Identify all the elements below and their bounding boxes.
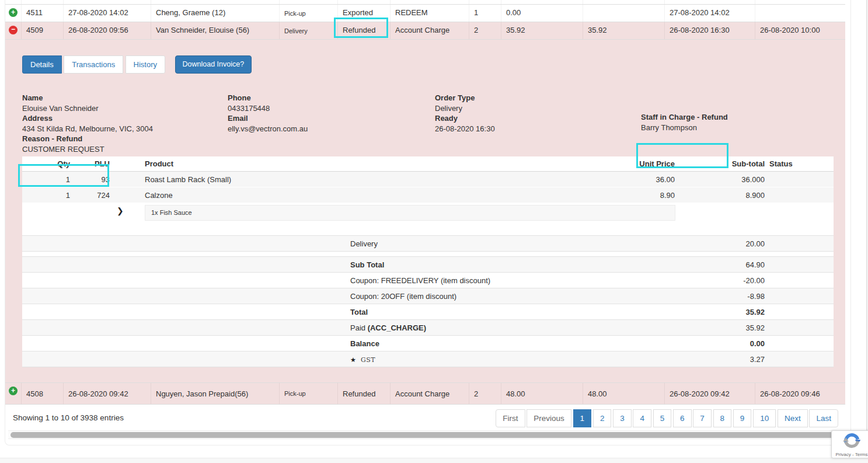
contact-info-column: Phone 0433175448 Email elly.vs@vectron.c… [228, 93, 308, 134]
cell-total: 48.00 [501, 383, 583, 404]
cell-total: 35.92 [501, 22, 583, 39]
recaptcha-logo-icon [843, 432, 860, 450]
totals-row-coupon-freedelivery: Coupon: FREEDELIVERY (item discount) -20… [22, 273, 834, 288]
page-footer-strip [0, 458, 868, 463]
coupon-20off-value: -8.98 [682, 292, 769, 301]
download-invoice-button[interactable]: Download Invoice? [175, 55, 252, 74]
staff-refund-value: Barry Thompson [641, 123, 728, 133]
product-row: 1 724 Calzone 8.90 8.900 [22, 187, 834, 203]
tab-details[interactable]: Details [22, 55, 62, 74]
horizontal-scrollbar-track [8, 430, 847, 439]
totals-row-subtotal: Sub Total 64.90 [22, 257, 834, 273]
totals-row-paid: Paid (ACC_CHARGE) 35.92 [22, 320, 834, 336]
pagination-next[interactable]: Next [778, 409, 808, 427]
products-header-row: Qty PLU Product Unit Price Sub-total Sta… [22, 156, 834, 172]
showing-entries-text: Showing 1 to 10 of 3938 entries [13, 413, 124, 422]
cell-ready: 26-08-2020 09:42 [665, 383, 755, 404]
pagination-page-5[interactable]: 5 [653, 409, 672, 427]
balance-value: 0.00 [682, 339, 769, 348]
table-row[interactable]: 4509 26-08-2020 09:56 Van Schneider, Elo… [5, 22, 845, 40]
cell-completed: 26-08-2020 09:46 [755, 383, 845, 404]
modifier-item: 1x Fish Sauce [145, 205, 675, 221]
cell-payment: Account Charge [391, 22, 469, 39]
cell-paid: 35.92 [583, 22, 665, 39]
ready-label: Ready [435, 113, 495, 124]
cell-paid: 48.00 [583, 383, 665, 404]
cell-order-type: Pick-up [280, 5, 338, 22]
cell-ready: 27-08-2020 14:02 [665, 5, 755, 22]
cell-ready: 26-08-2020 16:30 [665, 22, 755, 39]
collapse-icon[interactable] [9, 26, 18, 34]
window-right-edge [866, 0, 867, 463]
recaptcha-badge[interactable]: Privacy - Terms [831, 430, 868, 458]
address-value: 434 St Kilda Rd, Melbourne, VIC, 3004 [22, 124, 153, 134]
cell-qty: 2 [469, 22, 501, 39]
coupon-freedelivery-value: -20.00 [682, 276, 769, 285]
product-row: 1 93 Roast Lamb Rack (Small) 36.00 36.00… [22, 172, 834, 187]
pagination: First Previous 1 2 3 4 5 6 7 8 9 10 Next… [496, 409, 838, 427]
header-qty: Qty [22, 159, 75, 168]
products-table: Qty PLU Product Unit Price Sub-total Sta… [22, 156, 834, 239]
totals-row-balance: Balance 0.00 [22, 336, 834, 351]
pagination-page-9[interactable]: 9 [733, 409, 752, 427]
pagination-page-7[interactable]: 7 [693, 409, 712, 427]
order-detail-panel: Details Transactions History Download In… [5, 40, 845, 383]
product-plu: 93 [75, 175, 114, 184]
address-label: Address [22, 113, 153, 124]
tab-transactions[interactable]: Transactions [64, 55, 123, 74]
pagination-page-6[interactable]: 6 [673, 409, 692, 427]
cell-status: Exported [338, 5, 391, 22]
cell-order-id: 4508 [22, 383, 64, 404]
product-unit-price: 8.90 [470, 191, 679, 200]
totals-row-delivery: Delivery 20.00 [22, 236, 834, 252]
cell-qty: 2 [469, 383, 501, 404]
email-value: elly.vs@vectron.com.au [228, 124, 308, 134]
pagination-last[interactable]: Last [809, 409, 838, 427]
cell-status: Refunded [338, 22, 391, 39]
pagination-page-4[interactable]: 4 [633, 409, 651, 427]
cell-order-date: 26-08-2020 09:56 [64, 22, 151, 39]
cell-customer: Nguyen, Jason Prepaid(56) [151, 383, 280, 404]
tab-history[interactable]: History [126, 55, 165, 74]
table-row[interactable]: 4511 27-08-2020 14:02 Cheng, Graeme (12)… [5, 5, 845, 22]
product-name: Roast Lamb Rack (Small) [145, 175, 470, 184]
totals-row-coupon-20off: Coupon: 20OFF (item discount) -8.98 [22, 288, 834, 304]
table-row[interactable]: 4508 26-08-2020 09:42 Nguyen, Jason Prep… [5, 383, 845, 405]
cell-order-date: 27-08-2020 14:02 [64, 5, 151, 22]
pagination-page-10[interactable]: 10 [753, 409, 776, 427]
cell-customer: Cheng, Graeme (12) [151, 5, 280, 22]
header-unit-price: Unit Price [470, 159, 679, 168]
expand-icon[interactable] [9, 8, 18, 17]
detail-tabs: Details Transactions History Download In… [22, 55, 252, 73]
delivery-label: Delivery [22, 239, 682, 248]
table-row-partial [5, 0, 845, 5]
expand-icon[interactable] [9, 387, 18, 395]
header-plu: PLU [75, 159, 114, 168]
recaptcha-privacy-terms-link[interactable]: Privacy - Terms [832, 452, 868, 457]
coupon-freedelivery-label: Coupon: FREEDELIVERY (item discount) [22, 276, 682, 285]
pagination-previous[interactable]: Previous [527, 409, 571, 427]
cell-completed [755, 5, 845, 22]
staff-info-column: Staff in Charge - Refund Barry Thompson [641, 112, 728, 133]
pagination-first[interactable]: First [496, 409, 525, 427]
chevron-right-icon: ❯ [117, 206, 124, 215]
pagination-page-1[interactable]: 1 [573, 409, 592, 427]
pagination-page-2[interactable]: 2 [593, 409, 612, 427]
refund-reason-label: Reason - Refund [22, 134, 153, 144]
phone-label: Phone [228, 93, 308, 103]
pagination-page-8[interactable]: 8 [713, 409, 732, 427]
header-subtotal: Sub-total [679, 159, 769, 168]
product-subtotal: 36.000 [679, 175, 769, 184]
horizontal-scrollbar-thumb[interactable] [11, 432, 842, 438]
ready-value: 26-08-2020 16:30 [435, 124, 495, 134]
header-product: Product [145, 159, 470, 168]
totals-row-total: Total 35.92 [22, 304, 834, 320]
product-unit-price: 36.00 [470, 175, 679, 184]
cell-customer: Van Schneider, Elouise (56) [151, 22, 280, 39]
product-qty: 1 [22, 175, 75, 184]
cell-payment: Account Charge [391, 383, 469, 404]
pagination-page-3[interactable]: 3 [613, 409, 632, 427]
order-type-label: Order Type [435, 93, 495, 103]
gst-value: 3.27 [682, 355, 769, 364]
customer-info-column: Name Elouise Van Schneider Address 434 S… [22, 93, 153, 154]
